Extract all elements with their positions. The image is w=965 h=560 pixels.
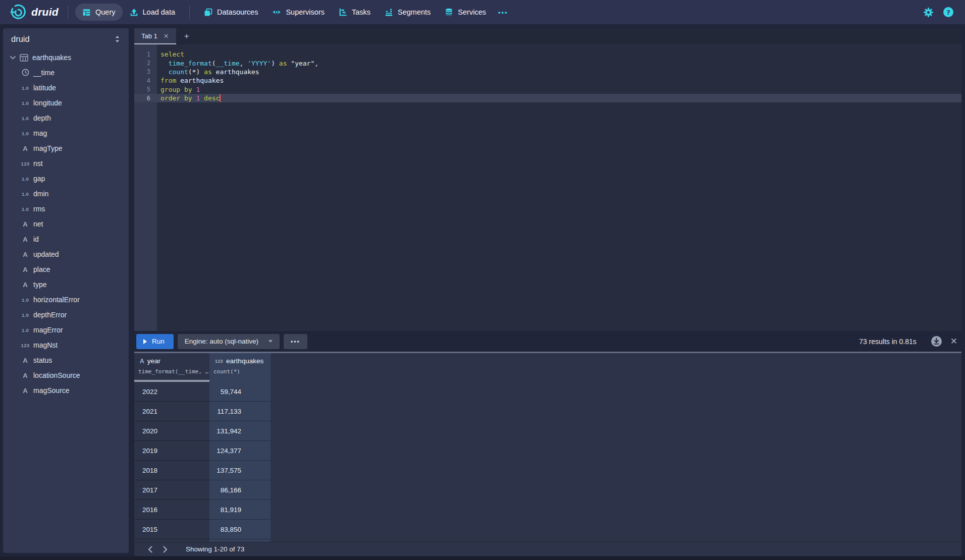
schema-column[interactable]: 1.0 depthError (3, 307, 129, 322)
editor-line[interactable]: 5 group by 1 (134, 85, 961, 94)
table-icon (20, 54, 28, 62)
schema-column[interactable]: A updated (3, 247, 129, 262)
tab-1[interactable]: Tab 1 ✕ (134, 28, 176, 44)
nav-item-services[interactable]: Services (438, 4, 493, 21)
code-text: count(*) as earthquakes (157, 68, 259, 76)
query-view: Tab 1 ✕ + 1 select 2 time_format(__time,… (134, 28, 961, 560)
nav-item-segments[interactable]: Segments (378, 4, 438, 21)
table-row: 2020 131,942 (134, 421, 961, 441)
column-type-icon: A (19, 145, 31, 152)
run-button[interactable]: Run (136, 334, 174, 349)
schema-column[interactable]: A place (3, 262, 129, 277)
column-header-earthquakes[interactable]: 123 earthquakes count(*) (209, 353, 271, 382)
datasource-row[interactable]: earthquakes (3, 50, 129, 65)
cell-earthquakes[interactable]: 86,166 (209, 480, 271, 500)
schema-column[interactable]: A status (3, 353, 129, 368)
schema-column[interactable]: 1.0 depth (3, 110, 129, 126)
editor-line[interactable]: 2 time_format(__time, 'YYYY') as "year", (134, 59, 961, 67)
column-name: magSource (33, 386, 70, 395)
sql-editor[interactable]: 1 select 2 time_format(__time, 'YYYY') a… (134, 44, 961, 331)
schema-column-time[interactable]: __time (3, 65, 129, 80)
nav-item-label: Segments (398, 8, 431, 16)
column-type-icon: 123 (19, 343, 31, 348)
schema-column[interactable]: 123 magNst (3, 338, 129, 353)
download-icon[interactable] (931, 335, 942, 347)
nav-item-query[interactable]: Query (75, 4, 123, 21)
text-cursor (220, 94, 221, 102)
schema-column[interactable]: 1.0 gap (3, 171, 129, 186)
cell-year[interactable]: 2019 (134, 441, 209, 461)
editor-line[interactable]: 4 from earthquakes (134, 76, 961, 85)
schema-column[interactable]: A type (3, 277, 129, 292)
tab-label: Tab 1 (141, 32, 157, 40)
code-token: (*) (188, 68, 204, 76)
schema-column[interactable]: 1.0 horizontalError (3, 292, 129, 307)
code-token: "year" (291, 60, 314, 67)
cell-earthquakes[interactable]: 59,744 (209, 382, 271, 402)
code-token: , (240, 60, 248, 67)
query-more-button[interactable]: ••• (284, 334, 307, 349)
cell-year[interactable]: 2017 (134, 480, 209, 500)
column-header-year[interactable]: A year time_format(__time, … (134, 353, 209, 382)
schema-column[interactable]: A net (3, 216, 129, 232)
cell-earthquakes[interactable]: 137,575 (209, 461, 271, 480)
column-expression: count(*) (213, 368, 271, 375)
settings-gear-icon[interactable] (923, 7, 934, 18)
editor-line-active[interactable]: 6 order by 1 desc (134, 94, 961, 102)
nav-item-datasources[interactable]: Datasources (197, 4, 265, 21)
tab-close-icon[interactable]: ✕ (164, 32, 169, 40)
cell-year[interactable]: 2021 (134, 402, 209, 421)
chevron-down-icon (10, 56, 16, 60)
column-name: mag (33, 129, 47, 137)
cell-year[interactable]: 2015 (134, 520, 209, 539)
results-info: 73 results in 0.81s (859, 338, 917, 346)
next-page-button[interactable] (157, 543, 173, 555)
schema-column[interactable]: 123 nst (3, 156, 129, 171)
cell-year[interactable]: 2022 (134, 382, 209, 402)
sidebar-title: druid (11, 34, 30, 44)
schema-column[interactable]: 1.0 magError (3, 322, 129, 338)
editor-line[interactable]: 1 select (134, 50, 961, 59)
schema-column[interactable]: A magSource (3, 383, 129, 398)
cell-year[interactable]: 2018 (134, 461, 209, 480)
column-type-icon: 1.0 (19, 327, 31, 333)
druid-logo[interactable]: druid (7, 4, 61, 21)
cell-earthquakes[interactable]: 81,919 (209, 500, 271, 520)
help-icon[interactable]: ? (943, 7, 954, 18)
schema-column[interactable]: A magType (3, 141, 129, 156)
schema-column[interactable]: A id (3, 232, 129, 247)
schema-column[interactable]: A locationSource (3, 368, 129, 383)
column-name: horizontalError (33, 296, 80, 304)
pagination-label: Showing 1-20 of 73 (186, 545, 244, 553)
cell-earthquakes[interactable]: 83,850 (209, 520, 271, 539)
nav-item-supervisors[interactable]: Supervisors (265, 4, 332, 21)
nav-item-tasks[interactable]: Tasks (332, 4, 378, 21)
cell-year[interactable]: 2016 (134, 500, 209, 520)
nav-more-button[interactable]: ••• (493, 9, 513, 16)
sort-columns-icon[interactable] (114, 35, 121, 43)
code-token: ( (212, 60, 216, 67)
schema-column[interactable]: 1.0 longitude (3, 95, 129, 110)
close-results-icon[interactable]: ✕ (950, 336, 957, 347)
schema-column[interactable]: 1.0 dmin (3, 186, 129, 201)
schema-column[interactable]: 1.0 mag (3, 126, 129, 141)
editor-line[interactable]: 3 count(*) as earthquakes (134, 68, 961, 76)
table-row: 2019 124,377 (134, 441, 961, 461)
bottom-scrollbar-track[interactable] (0, 556, 965, 560)
schema-column[interactable]: 1.0 rms (3, 201, 129, 216)
run-button-label: Run (152, 338, 165, 345)
cell-earthquakes[interactable]: 131,942 (209, 421, 271, 441)
cell-year[interactable]: 2020 (134, 421, 209, 441)
code-token: time_format (169, 60, 212, 67)
line-number: 6 (134, 95, 157, 102)
add-tab-button[interactable]: + (176, 28, 197, 44)
services-icon (445, 8, 453, 17)
cell-earthquakes[interactable]: 117,133 (209, 402, 271, 421)
cell-earthquakes[interactable]: 124,377 (209, 441, 271, 461)
schema-column[interactable]: 1.0 latitude (3, 80, 129, 95)
line-number: 1 (134, 51, 157, 58)
nav-item-label: Services (458, 8, 486, 16)
prev-page-button[interactable] (142, 543, 157, 555)
nav-item-load-data[interactable]: Load data (123, 4, 183, 21)
engine-select-button[interactable]: Engine: auto (sql-native) (178, 334, 280, 349)
